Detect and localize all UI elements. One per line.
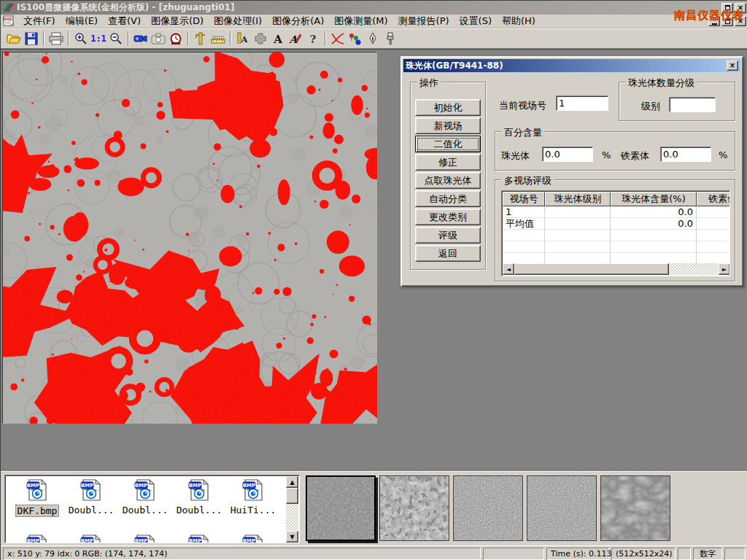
new-field-button[interactable]: 新视场 <box>415 117 481 134</box>
list-item-doubl2[interactable]: Doubl... <box>119 478 171 516</box>
caliper-measure-button[interactable] <box>192 30 209 47</box>
brush-tool-button[interactable] <box>382 30 399 47</box>
init-button[interactable]: 初始化 <box>415 99 481 116</box>
file-list-scrollbar[interactable]: ▲ ▼ <box>286 476 298 542</box>
toolbar-separator <box>230 31 231 46</box>
menu-help[interactable]: 帮助(H) <box>497 14 541 28</box>
grid-button[interactable] <box>252 30 269 47</box>
thumbnail-2[interactable] <box>379 475 449 541</box>
current-field-input[interactable] <box>556 96 608 111</box>
list-item-dkf[interactable]: DKF.bmp <box>11 478 63 517</box>
document-icon[interactable]: DOC <box>3 15 15 27</box>
list-item-partial[interactable] <box>65 534 117 543</box>
pearlite-percent-input[interactable] <box>542 147 593 162</box>
table-row[interactable]: 平均值 0.0 <box>503 218 730 230</box>
thumbnail-4[interactable] <box>527 475 597 541</box>
level-input[interactable] <box>669 97 716 112</box>
col-pearlite-level[interactable]: 珠光体级别 <box>545 192 611 206</box>
menu-file[interactable]: 文件(F) <box>18 14 61 28</box>
child-minimize-button[interactable] <box>708 16 720 26</box>
phase-marks-button[interactable] <box>347 30 364 47</box>
list-item-partial[interactable] <box>173 534 225 543</box>
list-item-partial[interactable] <box>11 534 63 543</box>
col-ferrite-content[interactable]: 铁素体含量(%) <box>697 192 730 206</box>
file-name: Doubl... <box>175 505 224 516</box>
thumbnail-5[interactable] <box>600 475 670 541</box>
change-class-button[interactable]: 更改类别 <box>415 209 481 225</box>
pen-tool-button[interactable] <box>364 30 382 47</box>
table-header-row: 视场号 珠光体级别 珠光体含量(%) 铁素体含量(%) <box>503 192 730 206</box>
child-restore-button[interactable] <box>721 16 733 26</box>
col-field-no[interactable]: 视场号 <box>503 192 545 206</box>
scroll-track[interactable] <box>669 263 719 275</box>
pearlite-dialog: 珠光体(GB/T9441-88) × 操作 初始化 新视场 二值化 修正 点取珠… <box>400 56 743 287</box>
scroll-left-button[interactable]: ◄ <box>503 263 514 275</box>
menu-measure-report[interactable]: 测量报告(P) <box>393 14 454 28</box>
binarize-button[interactable]: 二值化 <box>415 136 481 152</box>
child-close-button[interactable]: × <box>735 16 746 26</box>
zoom-in-button[interactable] <box>72 30 90 47</box>
scroll-up-button[interactable]: ▲ <box>286 476 298 488</box>
auto-classify-button[interactable]: 自动分类 <box>415 190 481 207</box>
menu-edit[interactable]: 编辑(E) <box>61 14 103 28</box>
app-logo-icon <box>2 2 14 14</box>
text-button[interactable]: A <box>269 30 287 47</box>
file-list[interactable]: DKF.bmp Doubl... Doubl... Doubl... HuiTi… <box>4 475 300 543</box>
annotate-button[interactable]: A <box>287 30 304 47</box>
menu-image-measure[interactable]: 图像测量(M) <box>329 14 392 28</box>
bmp-file-icon <box>80 534 103 543</box>
help-button[interactable]: ? <box>304 30 322 47</box>
zoom-out-button[interactable] <box>107 30 125 47</box>
multifield-table[interactable]: 视场号 珠光体级别 珠光体含量(%) 铁素体含量(%) 1 0.0 平均值 <box>501 190 730 276</box>
list-item-huiti[interactable]: HuiTi... <box>227 478 279 516</box>
title-bar[interactable]: IS100显微摄像系统(金相分析版) - [zhuguangti01] × <box>1 1 747 15</box>
list-item-partial[interactable] <box>119 534 171 543</box>
scroll-thumb[interactable] <box>286 488 298 504</box>
cell-content: 0.0 <box>611 218 697 230</box>
micrograph-image[interactable] <box>2 52 376 423</box>
return-button[interactable]: 返回 <box>415 245 481 262</box>
ferrite-percent-input[interactable] <box>660 147 711 162</box>
dialog-close-button[interactable]: × <box>727 61 738 71</box>
thumbnail-3[interactable] <box>453 475 523 541</box>
cell-field-no: 1 <box>503 206 545 218</box>
menu-settings[interactable]: 设置(S) <box>454 14 497 28</box>
menu-image-display[interactable]: 图像显示(D) <box>146 14 209 28</box>
snapshot-button[interactable] <box>150 30 167 47</box>
cursor-status: x: 510 y: 79 idx: 0 RGB: (174, 174, 174) <box>3 548 481 560</box>
correct-button[interactable]: 修正 <box>415 154 481 171</box>
col-pearlite-content[interactable]: 珠光体含量(%) <box>611 192 697 206</box>
svg-text:A: A <box>273 33 282 45</box>
measure-text-button[interactable]: A <box>234 30 252 47</box>
menu-image-processing[interactable]: 图像处理(I) <box>209 14 267 28</box>
scroll-right-button[interactable]: ► <box>719 263 730 275</box>
colored-dots-icon <box>348 32 363 45</box>
list-item-doubl1[interactable]: Doubl... <box>65 478 117 516</box>
table-hscrollbar[interactable]: ◄ ► <box>503 263 730 275</box>
open-button[interactable] <box>5 30 23 47</box>
thumbnail-1[interactable] <box>306 475 376 541</box>
scroll-thumb[interactable] <box>514 263 669 275</box>
actual-size-button[interactable]: 1:1 <box>90 30 107 47</box>
menu-image-analysis[interactable]: 图像分析(A) <box>267 14 329 28</box>
menu-view[interactable]: 查看(V) <box>103 14 146 28</box>
pick-pearlite-button[interactable]: 点取珠光体 <box>415 172 481 189</box>
restore-button[interactable] <box>721 3 733 13</box>
rate-button[interactable]: 评级 <box>415 227 481 244</box>
save-button[interactable] <box>23 30 40 47</box>
dialog-title-bar[interactable]: 珠光体(GB/T9441-88) × <box>403 59 740 72</box>
close-button[interactable]: × <box>735 3 746 13</box>
ruler-button[interactable] <box>209 30 227 47</box>
curve-tool-button[interactable] <box>329 30 347 47</box>
list-item-doubl3[interactable]: Doubl... <box>173 478 225 516</box>
percent-group: 百分含量 珠光体 % 铁素体 % <box>495 131 735 171</box>
restore-icon <box>725 19 730 24</box>
table-row[interactable]: 1 0.0 <box>503 206 730 218</box>
scroll-down-button[interactable]: ▼ <box>286 531 298 542</box>
video-capture-button[interactable] <box>132 30 150 47</box>
list-item-partial[interactable] <box>227 534 279 543</box>
print-button[interactable] <box>47 30 65 47</box>
percent-sign: % <box>602 149 611 160</box>
timer-button[interactable] <box>167 30 185 47</box>
pen-nib-icon <box>368 32 378 45</box>
